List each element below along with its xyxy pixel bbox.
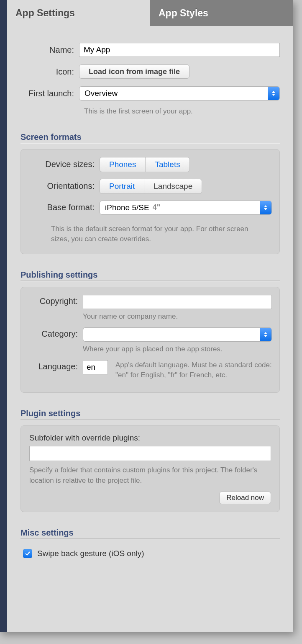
select-arrows-icon [260,201,271,214]
copyright-label: Copyright: [28,295,83,306]
copyright-input[interactable] [83,295,272,309]
plugin-subfolder-label: Subfolder with override plugins: [29,433,271,443]
select-arrows-icon [260,328,271,341]
section-rule [20,419,280,420]
section-rule [20,538,280,539]
publishing-title: Publishing settings [20,270,280,280]
category-hint: Where your app is placed on the app stor… [83,344,272,354]
swipe-back-row: Swipe back gesture (iOS only) [20,545,280,562]
language-hint: App's default language. Must be a standa… [115,360,272,381]
first-launch-label: First launch: [20,89,79,98]
language-label: Language: [28,360,83,371]
name-label: Name: [20,45,79,55]
base-format-select[interactable]: iPhone 5/SE 4" [100,201,272,215]
device-sizes-group: Phones Tablets [100,157,190,172]
misc-title: Misc settings [20,528,280,538]
tab-app-styles[interactable]: App Styles [150,0,293,26]
screen-formats-title: Screen formats [20,132,280,142]
category-label: Category: [28,327,83,339]
swipe-back-checkbox[interactable] [23,549,32,558]
base-format-value: iPhone 5/SE [105,203,149,212]
publishing-panel: Copyright: Your name or company name. Ca… [20,287,280,393]
base-format-label: Base format: [28,203,100,212]
device-size-tablets[interactable]: Tablets [146,157,189,172]
orientations-label: Orientations: [28,181,100,191]
name-input[interactable] [79,43,280,57]
first-launch-select[interactable]: Overview [79,86,280,100]
screen-formats-panel: Device sizes: Phones Tablets Orientation… [20,149,280,254]
tab-bar: App Settings App Styles [7,0,293,26]
swipe-back-label: Swipe back gesture (iOS only) [37,549,144,558]
content-area: Name: Icon: Load icon from image file Fi… [7,26,293,571]
language-input[interactable] [83,360,108,374]
settings-window: App Settings App Styles Name: Icon: Load… [0,0,293,632]
device-sizes-label: Device sizes: [28,160,100,169]
section-rule [20,143,280,143]
orientations-group: Portrait Landscape [100,179,202,194]
plugin-hint: Specify a folder that contains custom pl… [29,465,271,486]
first-launch-value: Overview [84,89,118,98]
plugin-subfolder-input[interactable] [29,446,271,461]
first-launch-hint: This is the first screen of your app. [84,106,280,116]
icon-label: Icon: [20,67,79,77]
section-rule [20,281,280,281]
plugin-title: Plugin settings [20,409,280,418]
device-size-phones[interactable]: Phones [100,157,146,172]
check-icon [25,551,31,556]
orientation-portrait[interactable]: Portrait [100,179,144,193]
plugin-panel: Subfolder with override plugins: Specify… [20,425,280,512]
reload-plugins-button[interactable]: Reload now [219,492,271,504]
base-format-size: 4" [153,203,161,212]
tab-app-settings[interactable]: App Settings [7,0,150,26]
load-icon-button[interactable]: Load icon from image file [79,64,189,79]
screen-formats-hint: This is the default screen format for yo… [28,222,272,245]
orientation-landscape[interactable]: Landscape [144,179,202,193]
select-arrows-icon [268,87,279,100]
copyright-hint: Your name or company name. [83,312,272,322]
category-select[interactable] [83,327,272,342]
